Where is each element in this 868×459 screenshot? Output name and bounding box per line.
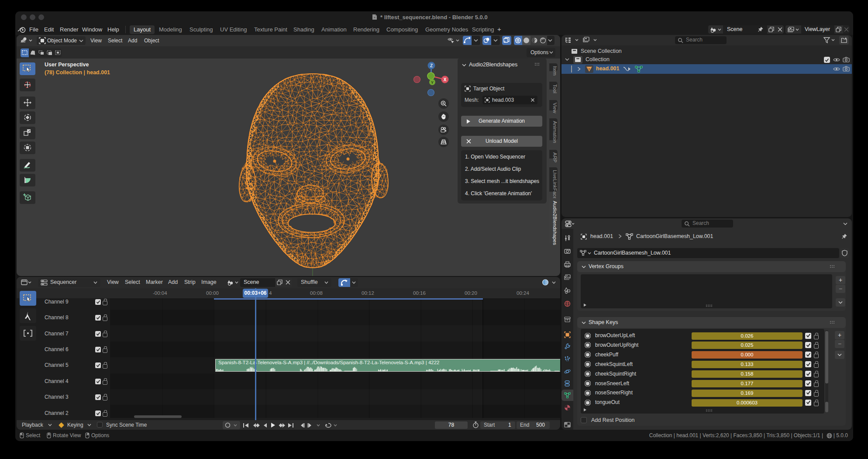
- svg-text:Z: Z: [430, 63, 433, 68]
- svg-text:Y: Y: [431, 80, 434, 85]
- svg-text:X: X: [444, 77, 447, 82]
